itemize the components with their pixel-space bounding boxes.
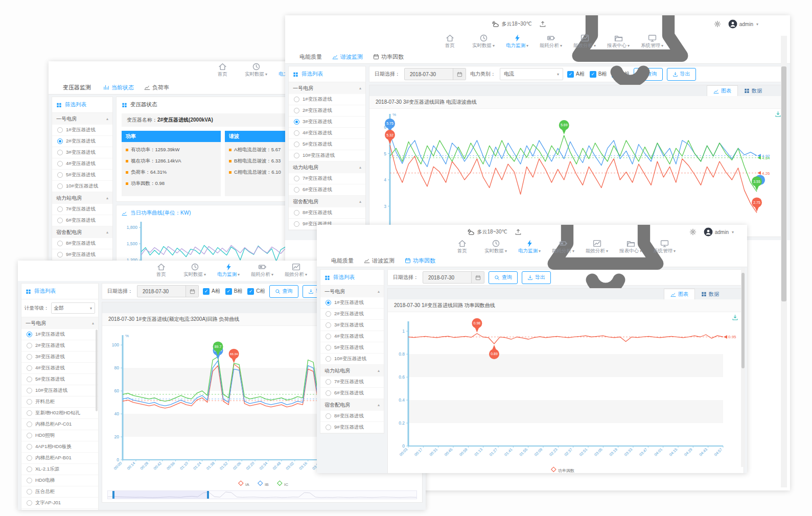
sidebar-item[interactable]: XL-2.1乐源 [21,464,98,475]
sidebar-item[interactable]: 7#变压器进线 [52,204,112,215]
sidebar-item[interactable]: HD0电梯 [21,475,98,486]
sidebar-item[interactable]: 4AP1相HD0板换 [21,441,98,453]
tab-quality[interactable]: 电能质量 [299,53,322,61]
sidebar-group[interactable]: 一号电房▴ [289,82,365,94]
date-input[interactable]: 2018-07-30 [404,68,466,80]
sidebar-item[interactable]: 开料总柜 [21,396,98,408]
sidebar-item[interactable]: 内梯总柜AP-C01 [21,419,98,430]
nav-item-efficiency[interactable]: 能效分析▾ [285,263,307,278]
sidebar-item[interactable]: 1#变压器进线 [52,125,112,136]
phase-checkbox-A相[interactable]: ✓A相 [203,288,220,295]
sidebar-item[interactable]: 压合总柜 [21,486,98,498]
view-tab-chart[interactable]: 图表 [664,289,695,299]
sidebar-item[interactable]: 2#变压器进线 [52,136,112,147]
sidebar-item[interactable]: 9#变压器进线 [52,249,112,261]
search-button[interactable]: 查询 [489,271,518,284]
sidebar-item[interactable]: 6#变压器进线 [320,388,384,399]
sidebar-item[interactable]: 6#变压器进线 [52,215,112,226]
sidebar-item[interactable]: 1#变压器进线 [21,329,98,340]
nav-item-energy[interactable]: 能耗分析▾ [552,239,574,254]
time-range-brush[interactable] [107,490,417,499]
view-tab-data[interactable]: 数据 [695,289,725,299]
nav-item-energy[interactable]: 能耗分析▾ [251,263,273,278]
nav-item-realtime[interactable]: 实时数据▾ [484,239,507,254]
sidebar-scrollbar[interactable] [96,330,98,411]
sidebar-item[interactable]: 沉金 [21,509,98,510]
nav-item-home[interactable]: 首页 [451,239,473,254]
tab-status[interactable]: 当前状态 [103,84,134,91]
nav-item-system[interactable]: 系统管理▾ [653,239,676,254]
scrollbar[interactable] [741,268,745,467]
upload-icon[interactable] [515,228,522,236]
sidebar-item[interactable]: 3#变压器进线 [52,147,112,158]
view-tab-data[interactable]: 数据 [738,85,768,96]
nav-item-power[interactable]: 电力监测▾ [217,263,240,278]
nav-item-realtime[interactable]: 实时数据▾ [245,62,267,78]
upload-icon[interactable] [539,20,546,28]
nav-item-report[interactable]: 报表中心▾ [607,34,630,49]
nav-item-report[interactable]: 报表中心▾ [619,239,642,254]
sidebar-item[interactable]: 9#变压器进线 [320,422,384,433]
sidebar-item[interactable]: 1#变压器进线 [289,94,365,105]
nav-item-efficiency[interactable]: 能效分析▾ [573,34,596,49]
phase-checkbox-B相[interactable]: ✓B相 [225,288,243,295]
scrollbar[interactable] [781,36,787,487]
sidebar-item[interactable]: 4#变压器进线 [52,158,112,170]
sidebar-item[interactable]: 4#变压器进线 [289,128,365,139]
sidebar-group[interactable]: 一号电房▴ [52,113,112,125]
sidebar-item[interactable]: 1#变压器进线 [320,297,384,309]
nav-item-system[interactable]: 系统管理▾ [641,34,663,49]
nav-item-home[interactable]: 首页 [438,34,461,49]
sidebar-item[interactable]: 5#变压器进线 [289,139,365,150]
chart-download-icon[interactable] [732,314,738,321]
sidebar-item[interactable]: 3#变压器进线 [21,351,98,363]
sidebar-item[interactable]: 5#变压器进线 [21,374,98,385]
sidebar-group[interactable]: 动力站电房▴ [320,365,384,377]
sidebar-item[interactable]: 2#变压器进线 [21,340,98,351]
meter-level-select[interactable]: 全部▾ [51,302,96,314]
sidebar-item[interactable]: 5#变压器进线 [52,170,112,181]
sidebar-group[interactable]: 宿舍配电房▴ [52,226,112,238]
nav-item-realtime[interactable]: 实时数据▾ [183,263,206,278]
sidebar-item[interactable]: 2#变压器进线 [289,105,365,116]
sidebar-item[interactable]: 6#变压器进线 [289,184,365,196]
date-input[interactable]: 2018-07-30 [423,271,484,284]
sidebar-item[interactable]: 8#变压器进线 [289,207,365,219]
sidebar-item[interactable]: 4#变压器进线 [320,331,384,342]
nav-item-energy[interactable]: 能耗分析▾ [540,34,562,49]
nav-item-home[interactable]: 首页 [150,263,172,278]
sidebar-item[interactable]: 4#变压器进线 [21,363,98,374]
tab-quality[interactable]: 电能质量 [331,257,354,265]
sidebar-item[interactable]: 10#变压器进线 [320,354,384,365]
sidebar-item[interactable]: 10#变压器进线 [21,385,98,396]
tab-pf[interactable]: 功率因数 [405,257,435,265]
phase-checkbox-C相[interactable]: ✓C相 [247,288,265,295]
tab-load-rate[interactable]: 负荷率 [144,84,169,91]
tab-harmonic[interactable]: 谐波监测 [364,257,395,265]
sidebar-item[interactable]: 3#变压器进线 [320,320,384,331]
sidebar-item[interactable]: 内梯总柜AP-B01 [21,453,98,464]
tab-pf[interactable]: 功率因数 [373,53,404,61]
nav-item-power[interactable]: 电力监测▾ [506,34,528,49]
user-menu[interactable]: admin▾ [704,227,734,237]
sidebar-item[interactable]: 至新增H02相HD钻孔 [21,408,98,419]
nav-item-efficiency[interactable]: 能效分析▾ [586,239,608,254]
search-button[interactable]: 查询 [269,285,298,298]
sidebar-group[interactable]: 宿舍配电房▴ [320,399,384,411]
date-input[interactable]: 2018-07-30 [137,285,199,297]
brush-selection[interactable] [112,491,209,499]
sidebar-group[interactable]: 宿舍配电房▴ [289,196,365,207]
sidebar-group[interactable]: 动力站电房▴ [52,192,112,204]
sidebar-group[interactable]: 动力站电房▴ [289,161,365,173]
nav-item-home[interactable]: 首页 [211,62,234,78]
sidebar-item[interactable]: 文字AP-J01 [21,498,98,509]
nav-item-realtime[interactable]: 实时数据▾ [472,34,495,49]
sidebar-group[interactable]: 一号电房▴ [21,317,98,329]
sidebar-item[interactable]: 10#变压器进线 [289,150,365,161]
nav-item-power[interactable]: 电力监测▾ [518,239,541,254]
sidebar-item[interactable]: 7#变压器进线 [320,377,384,388]
sidebar-item[interactable]: 2#变压器进线 [320,309,384,320]
sidebar-item[interactable]: 3#变压器进线 [289,116,365,128]
user-menu[interactable]: admin▾ [728,19,758,29]
gear-icon[interactable] [714,20,721,28]
